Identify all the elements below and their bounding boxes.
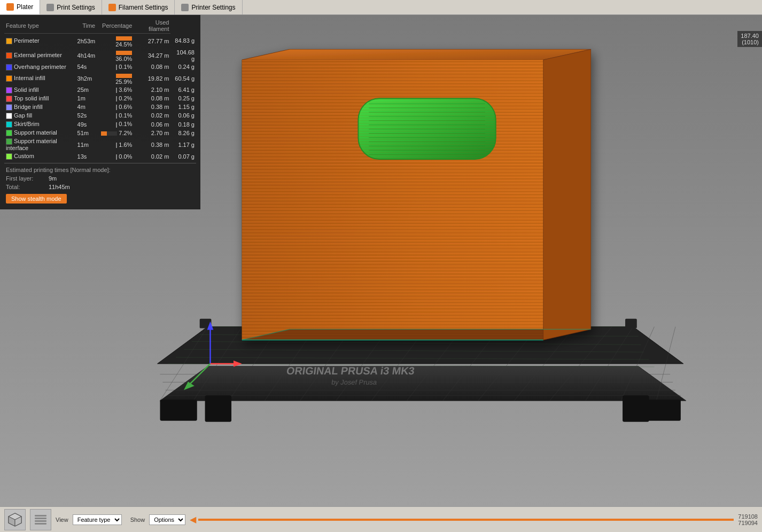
percentage-cell: 1.6% xyxy=(97,137,134,152)
col-feature-type: Feature type xyxy=(4,18,76,34)
time-cell: 2h53m xyxy=(76,34,97,49)
feature-type-cell: Internal infill xyxy=(4,71,76,85)
bar-fill xyxy=(116,51,132,55)
percentage-value: 0.1% xyxy=(117,64,132,70)
percentage-value: 24.5% xyxy=(115,41,132,48)
percentage-cell: 25.9% xyxy=(97,71,134,85)
view-label: View xyxy=(56,517,68,523)
tab-print-settings-label: Print Settings xyxy=(57,4,95,11)
svg-rect-182 xyxy=(35,520,46,522)
svg-text:by Josef Prusa: by Josef Prusa xyxy=(331,379,378,387)
color-swatch xyxy=(6,104,12,111)
feature-type-cell: Support material interface xyxy=(4,137,76,152)
feature-label: Bridge infill xyxy=(14,104,43,110)
percentage-value: 1.6% xyxy=(117,142,132,148)
length-cell: 0.02 m xyxy=(134,111,170,120)
table-row: Support material51m 7.2%2.70 m8.26 g xyxy=(4,129,196,137)
bar-container xyxy=(116,74,132,78)
first-layer-row: First layer: 9m xyxy=(4,174,196,183)
svg-marker-49 xyxy=(543,49,591,340)
layer-view-button[interactable] xyxy=(30,509,51,530)
plater-icon xyxy=(6,3,14,11)
feature-type-cell: Bridge infill xyxy=(4,103,76,111)
svg-rect-38 xyxy=(160,400,197,421)
color-swatch xyxy=(6,96,12,102)
weight-cell: 84.83 g xyxy=(170,34,196,49)
feature-label: Top solid infill xyxy=(14,95,49,101)
weight-cell: 0.06 g xyxy=(170,111,196,120)
percentage-value: 0.1% xyxy=(117,112,132,119)
percentage-cell: 0.0% xyxy=(97,152,134,161)
weight-cell: 0.24 g xyxy=(170,62,196,71)
time-cell: 52s xyxy=(76,111,97,120)
tab-print-settings[interactable]: Print Settings xyxy=(40,0,102,14)
total-row: Total: 11h45m xyxy=(4,183,196,191)
col-percentage: Percentage xyxy=(97,18,134,34)
print-settings-icon xyxy=(46,4,54,11)
feature-label: Skirt/Brim xyxy=(14,121,40,127)
color-swatch xyxy=(6,87,12,93)
color-swatch xyxy=(6,38,12,44)
feature-label: Solid infill xyxy=(14,87,38,93)
bar-fill xyxy=(116,74,132,78)
table-row: Support material interface11m 1.6%0.38 m… xyxy=(4,137,196,152)
color-swatch xyxy=(6,138,12,145)
weight-cell: 0.25 g xyxy=(170,94,196,103)
length-cell: 0.02 m xyxy=(134,152,170,161)
view-cube-button[interactable] xyxy=(4,509,26,530)
time-cell: 4h14m xyxy=(76,48,97,62)
slider-left-arrow[interactable]: ◀ xyxy=(190,514,196,525)
length-cell: 2.10 m xyxy=(134,85,170,94)
percentage-cell: 0.6% xyxy=(97,103,134,111)
percentage-cell: 0.1% xyxy=(97,111,134,120)
table-row: Overhang perimeter54s 0.1%0.08 m0.24 g xyxy=(4,62,196,71)
table-row: Perimeter2h53m 24.5%27.77 m84.83 g xyxy=(4,34,196,49)
tab-printer-settings-label: Printer Settings xyxy=(191,4,235,11)
table-row: Custom13s 0.0%0.02 m0.07 g xyxy=(4,152,196,161)
percentage-value: 0.1% xyxy=(117,121,132,127)
feature-label: Gap fill xyxy=(14,112,32,119)
length-cell: 0.08 m xyxy=(134,62,170,71)
feature-label: Support material xyxy=(14,129,57,136)
feature-label: Overhang perimeter xyxy=(14,64,66,70)
feature-label: External perimeter xyxy=(14,52,62,58)
tab-printer-settings[interactable]: Printer Settings xyxy=(175,0,242,14)
percentage-value: 7.2% xyxy=(117,130,132,136)
feature-type-cell: Overhang perimeter xyxy=(4,62,76,71)
length-cell: 0.06 m xyxy=(134,120,170,128)
feature-label: Custom xyxy=(14,153,34,159)
percentage-cell: 24.5% xyxy=(97,34,134,49)
bottom-toolbar: View Feature type Show Options ◀ 719108 … xyxy=(0,506,762,532)
printer-settings-icon xyxy=(181,4,189,11)
tab-plater[interactable]: Plater xyxy=(0,0,40,14)
color-swatch xyxy=(6,153,12,160)
slider-track[interactable] xyxy=(198,519,734,521)
show-stealth-button[interactable]: Show stealth mode xyxy=(6,194,67,204)
col-used-filament: Used filament xyxy=(134,18,170,34)
layer-slider[interactable]: ◀ xyxy=(190,514,734,525)
show-select[interactable]: Options xyxy=(149,514,185,525)
time-cell: 11m xyxy=(76,137,97,152)
bar-container xyxy=(101,131,117,136)
bar-container xyxy=(116,36,132,41)
svg-rect-181 xyxy=(35,518,46,519)
first-layer-label: First layer: xyxy=(6,175,49,182)
feature-type-cell: Perimeter xyxy=(4,34,76,49)
svg-rect-180 xyxy=(35,515,46,517)
tab-filament-settings[interactable]: Filament Settings xyxy=(102,0,175,14)
time-cell: 49s xyxy=(76,120,97,128)
percentage-value: 0.0% xyxy=(117,153,132,160)
table-row: Skirt/Brim49s 0.1%0.06 m0.18 g xyxy=(4,120,196,128)
weight-cell: 6.41 g xyxy=(170,85,196,94)
feature-type-cell: Custom xyxy=(4,152,76,161)
table-row: Gap fill52s 0.1%0.02 m0.06 g xyxy=(4,111,196,120)
color-swatch xyxy=(6,64,12,71)
time-cell: 25m xyxy=(76,85,97,94)
tab-filament-settings-label: Filament Settings xyxy=(119,4,168,11)
tab-plater-label: Plater xyxy=(17,3,33,11)
view-select[interactable]: Feature type xyxy=(73,514,122,525)
length-cell: 0.38 m xyxy=(134,137,170,152)
time-cell: 4m xyxy=(76,103,97,111)
bar-container xyxy=(116,51,132,55)
weight-cell: 0.18 g xyxy=(170,120,196,128)
